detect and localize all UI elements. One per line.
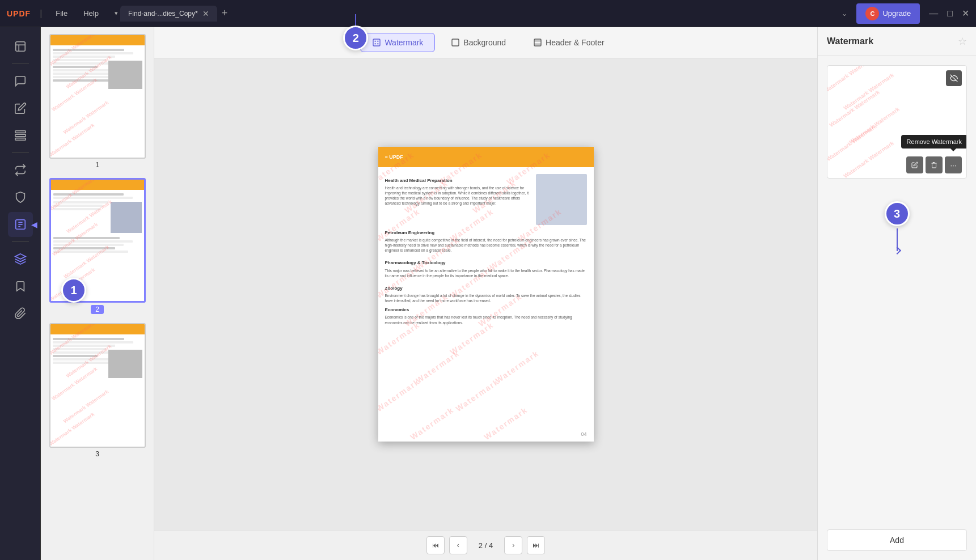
- section3-title: Pharmacology & Toxicology: [385, 260, 587, 266]
- add-watermark-button[interactable]: Add: [827, 529, 967, 551]
- tab-header-footer[interactable]: Header & Footer: [522, 33, 616, 52]
- total-pages: 4: [489, 541, 493, 550]
- section5-text: Economics is one of the majors that has …: [385, 315, 587, 325]
- section4-title: Zoology: [385, 285, 587, 291]
- badge-1-container: 1: [61, 278, 86, 303]
- watermark-delete-button[interactable]: [926, 156, 943, 173]
- watermark-edit-button[interactable]: [906, 156, 923, 173]
- thumbnail-label-3: 3: [95, 450, 99, 458]
- upgrade-label: Upgrade: [882, 9, 911, 18]
- tab-watermark-label: Watermark: [385, 38, 423, 47]
- tooltip-arrow: [950, 149, 956, 151]
- sidebar-item-protect[interactable]: [8, 185, 33, 210]
- section2-text: Although the market is quite competitive…: [385, 237, 587, 253]
- tab-title: Find-and-...dies_Copy*: [128, 10, 198, 18]
- watermark-card-actions: ··· Remove Watermark: [906, 156, 962, 173]
- prev-page-button[interactable]: ‹: [449, 536, 467, 554]
- sidebar-item-layers[interactable]: [8, 247, 33, 271]
- badge-1: 1: [61, 278, 86, 303]
- watermark-more-button[interactable]: ··· Remove Watermark: [945, 156, 962, 173]
- menu-help[interactable]: Help: [79, 7, 103, 20]
- app-logo: UPDF: [7, 9, 31, 18]
- more-dots-icon: ···: [950, 161, 957, 169]
- sidebar-item-edit[interactable]: [8, 96, 33, 121]
- page-number: 04: [581, 431, 586, 437]
- tab-list-expand-icon[interactable]: ⌄: [842, 10, 847, 18]
- sidebar-divider-2: [12, 152, 29, 153]
- thumbnail-panel: Watermark Watermark Watermark Watermark …: [41, 27, 154, 560]
- thumbnail-label-1: 1: [95, 161, 99, 169]
- section3-text: This major was believed to be an alterna…: [385, 268, 587, 278]
- remove-watermark-tooltip: Remove Watermark: [901, 135, 967, 149]
- left-sidebar: ◀: [0, 27, 41, 560]
- active-tab[interactable]: Find-and-...dies_Copy* ✕: [120, 6, 217, 22]
- sidebar-item-convert[interactable]: [8, 158, 33, 183]
- section5-title: Economics: [385, 307, 587, 313]
- thumbnail-img-1: Watermark Watermark Watermark Watermark …: [49, 34, 146, 159]
- thumbnail-1[interactable]: Watermark Watermark Watermark Watermark …: [45, 34, 149, 169]
- watermark-preview-card: Watermark Watermark Watermark Watermark …: [827, 65, 967, 179]
- tab-close-icon[interactable]: ✕: [202, 9, 209, 18]
- svg-rect-0: [15, 42, 25, 52]
- title-bar: UPDF | File Help ▾ Find-and-...dies_Copy…: [0, 0, 976, 27]
- sidebar-item-organize[interactable]: [8, 123, 33, 148]
- tab-add-icon[interactable]: +: [222, 7, 228, 19]
- close-button[interactable]: ✕: [962, 8, 969, 19]
- section2-title: Petroleum Engineering: [385, 230, 587, 236]
- sidebar-item-attachment[interactable]: [8, 301, 33, 326]
- menu-file[interactable]: File: [51, 7, 72, 20]
- tab-dropdown-icon[interactable]: ▾: [115, 10, 118, 17]
- sidebar-item-stamp[interactable]: ◀: [8, 212, 33, 237]
- page-content: Health and Medical Preparation Health an…: [378, 167, 594, 336]
- minimize-button[interactable]: —: [929, 9, 938, 19]
- page-view: ≡ UPDF Health and Medical Preparation He…: [154, 58, 817, 530]
- sidebar-item-bookmark[interactable]: [8, 274, 33, 299]
- section1-text: Health and technology are connecting wit…: [385, 185, 531, 206]
- section4-text: Environment change has brought a lot of …: [385, 293, 587, 303]
- main-layout: ◀: [0, 27, 976, 560]
- first-page-button[interactable]: ⏮: [426, 536, 445, 554]
- right-sidebar: Watermark ☆ Watermark Watermark Watermar…: [817, 27, 976, 560]
- upgrade-button[interactable]: C Upgrade: [856, 3, 920, 24]
- next-page-button[interactable]: ›: [504, 536, 522, 554]
- svg-rect-3: [15, 131, 25, 133]
- svg-rect-12: [452, 39, 459, 46]
- page-indicator: 2 / 4: [472, 541, 500, 550]
- pdf-page: ≡ UPDF Health and Medical Preparation He…: [378, 147, 594, 442]
- svg-rect-5: [15, 138, 25, 141]
- sidebar-item-comment[interactable]: [8, 69, 33, 94]
- watermark-preview-area: Watermark Watermark Watermark Watermark …: [818, 56, 976, 523]
- title-actions: ⌄ C Upgrade — □ ✕: [842, 3, 969, 24]
- section1-title: Health and Medical Preparation: [385, 177, 531, 184]
- page-header-bar: ≡ UPDF: [378, 147, 594, 167]
- tab-background-label: Background: [463, 38, 506, 47]
- last-page-button[interactable]: ⏭: [527, 536, 545, 554]
- thumbnail-3[interactable]: Watermark Watermark Watermark Watermark …: [45, 323, 149, 458]
- user-avatar: C: [865, 7, 879, 20]
- center-content: 2 Watermark Background Header & Footer ≡: [154, 27, 817, 560]
- maximize-button[interactable]: □: [947, 9, 953, 19]
- thumbnail-img-3: Watermark Watermark Watermark Watermark …: [49, 323, 146, 448]
- current-page: 2: [479, 541, 483, 550]
- favorite-star-icon[interactable]: ☆: [958, 35, 967, 48]
- page-logo: ≡ UPDF: [385, 154, 403, 160]
- sidebar-active-arrow: ◀: [31, 220, 37, 229]
- toolbar: 2 Watermark Background Header & Footer: [154, 27, 817, 58]
- watermark-hide-button[interactable]: [946, 70, 962, 86]
- page-image-student: [536, 174, 587, 225]
- sidebar-divider-3: [12, 241, 29, 242]
- svg-marker-10: [15, 254, 25, 259]
- tab-background[interactable]: Background: [440, 33, 517, 52]
- svg-rect-11: [373, 39, 380, 46]
- svg-rect-13: [534, 39, 541, 46]
- tab-header-footer-label: Header & Footer: [546, 38, 605, 47]
- tooltip-text: Remove Watermark: [907, 138, 962, 145]
- page-separator: /: [485, 541, 489, 550]
- thumbnail-label-2: 2: [91, 305, 104, 314]
- badge-3: 3: [885, 201, 910, 226]
- tab-watermark[interactable]: Watermark: [360, 33, 435, 52]
- right-panel-title: Watermark: [827, 36, 873, 46]
- sidebar-item-read[interactable]: [8, 34, 33, 59]
- tab-area: ▾ Find-and-...dies_Copy* ✕ +: [115, 6, 835, 22]
- title-divider: |: [40, 9, 42, 19]
